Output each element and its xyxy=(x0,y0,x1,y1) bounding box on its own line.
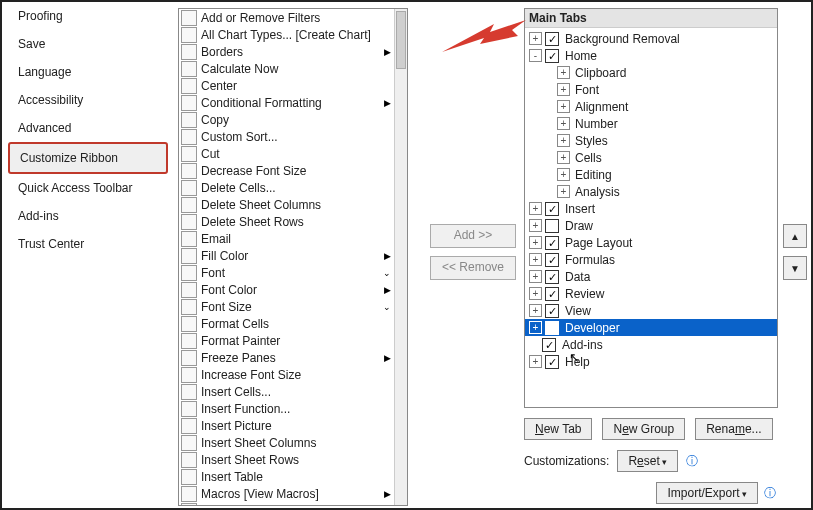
nav-item-add-ins[interactable]: Add-ins xyxy=(8,202,168,230)
tree-node-draw[interactable]: +Draw xyxy=(525,217,777,234)
command-item[interactable]: Decrease Font Size xyxy=(179,162,395,179)
command-item[interactable]: Email xyxy=(179,230,395,247)
tree-node-data[interactable]: +Data xyxy=(525,268,777,285)
tree-node-help[interactable]: +Help xyxy=(525,353,777,370)
expander-icon[interactable]: + xyxy=(557,151,570,164)
tree-node-cells[interactable]: +Cells xyxy=(525,149,777,166)
checkbox[interactable] xyxy=(545,202,559,216)
commands-listbox[interactable]: Add or Remove FiltersAll Chart Types... … xyxy=(178,8,408,506)
new-tab-button[interactable]: New Tab xyxy=(524,418,592,440)
command-item[interactable]: Font Color▶ xyxy=(179,281,395,298)
command-item[interactable]: Copy xyxy=(179,111,395,128)
command-item[interactable]: Format Cells xyxy=(179,315,395,332)
tree-node-editing[interactable]: +Editing xyxy=(525,166,777,183)
expander-icon[interactable]: + xyxy=(529,304,542,317)
move-down-button[interactable]: ▼ xyxy=(783,256,807,280)
tree-node-font[interactable]: +Font xyxy=(525,81,777,98)
reset-dropdown[interactable]: Reset xyxy=(617,450,678,472)
tree-node-clipboard[interactable]: +Clipboard xyxy=(525,64,777,81)
expander-icon[interactable]: + xyxy=(557,66,570,79)
command-item[interactable]: Font Size⌄ xyxy=(179,298,395,315)
checkbox[interactable] xyxy=(545,253,559,267)
expander-icon[interactable]: + xyxy=(557,134,570,147)
nav-item-accessibility[interactable]: Accessibility xyxy=(8,86,168,114)
command-item[interactable]: Freeze Panes▶ xyxy=(179,349,395,366)
tree-node-view[interactable]: +View xyxy=(525,302,777,319)
tree-node-add-ins[interactable]: Add-ins xyxy=(525,336,777,353)
expander-icon[interactable]: + xyxy=(529,270,542,283)
tree-node-home[interactable]: -Home xyxy=(525,47,777,64)
checkbox[interactable] xyxy=(545,32,559,46)
nav-item-proofing[interactable]: Proofing xyxy=(8,2,168,30)
main-tabs-tree[interactable]: Main Tabs +Background Removal-Home+Clipb… xyxy=(524,8,778,408)
commands-scrollbar[interactable] xyxy=(394,9,407,505)
checkbox[interactable] xyxy=(542,338,556,352)
command-item[interactable]: Conditional Formatting▶ xyxy=(179,94,395,111)
expander-icon[interactable]: + xyxy=(557,185,570,198)
command-item[interactable]: Merge & Center▶ xyxy=(179,502,395,506)
add-button[interactable]: Add >> xyxy=(430,224,516,248)
expander-icon[interactable]: - xyxy=(529,49,542,62)
command-item[interactable]: Fill Color▶ xyxy=(179,247,395,264)
expander-icon[interactable]: + xyxy=(557,83,570,96)
expander-icon[interactable]: + xyxy=(529,236,542,249)
command-item[interactable]: Increase Font Size xyxy=(179,366,395,383)
checkbox[interactable] xyxy=(545,219,559,233)
command-item[interactable]: Insert Table xyxy=(179,468,395,485)
nav-item-customize-ribbon[interactable]: Customize Ribbon xyxy=(8,142,168,174)
tree-node-alignment[interactable]: +Alignment xyxy=(525,98,777,115)
tree-node-developer[interactable]: +Developer xyxy=(525,319,777,336)
tree-node-review[interactable]: +Review xyxy=(525,285,777,302)
command-item[interactable]: Insert Sheet Columns xyxy=(179,434,395,451)
command-item[interactable]: Add or Remove Filters xyxy=(179,9,395,26)
expander-icon[interactable]: + xyxy=(529,321,542,334)
scrollbar-thumb[interactable] xyxy=(396,11,406,69)
expander-icon[interactable]: + xyxy=(529,287,542,300)
tree-node-number[interactable]: +Number xyxy=(525,115,777,132)
command-item[interactable]: Custom Sort... xyxy=(179,128,395,145)
command-item[interactable]: Format Painter xyxy=(179,332,395,349)
checkbox[interactable] xyxy=(545,236,559,250)
expander-icon[interactable]: + xyxy=(529,253,542,266)
nav-item-advanced[interactable]: Advanced xyxy=(8,114,168,142)
nav-item-quick-access-toolbar[interactable]: Quick Access Toolbar xyxy=(8,174,168,202)
command-item[interactable]: Insert Cells... xyxy=(179,383,395,400)
command-item[interactable]: All Chart Types... [Create Chart] xyxy=(179,26,395,43)
command-item[interactable]: Borders▶ xyxy=(179,43,395,60)
new-group-button[interactable]: New Group xyxy=(602,418,685,440)
remove-button[interactable]: << Remove xyxy=(430,256,516,280)
command-item[interactable]: Insert Sheet Rows xyxy=(179,451,395,468)
command-item[interactable]: Font⌄ xyxy=(179,264,395,281)
expander-icon[interactable]: + xyxy=(529,219,542,232)
command-item[interactable]: Center xyxy=(179,77,395,94)
move-up-button[interactable]: ▲ xyxy=(783,224,807,248)
command-item[interactable]: Delete Cells... xyxy=(179,179,395,196)
expander-icon[interactable]: + xyxy=(557,168,570,181)
command-item[interactable]: Delete Sheet Columns xyxy=(179,196,395,213)
checkbox[interactable] xyxy=(545,49,559,63)
expander-icon[interactable]: + xyxy=(529,32,542,45)
checkbox[interactable] xyxy=(545,321,559,335)
info-icon[interactable]: ⓘ xyxy=(686,453,698,470)
tree-node-styles[interactable]: +Styles xyxy=(525,132,777,149)
tree-node-page-layout[interactable]: +Page Layout xyxy=(525,234,777,251)
command-item[interactable]: Macros [View Macros]▶ xyxy=(179,485,395,502)
command-item[interactable]: Calculate Now xyxy=(179,60,395,77)
tree-node-analysis[interactable]: +Analysis xyxy=(525,183,777,200)
expander-icon[interactable]: + xyxy=(529,202,542,215)
tree-node-formulas[interactable]: +Formulas xyxy=(525,251,777,268)
checkbox[interactable] xyxy=(545,355,559,369)
nav-item-trust-center[interactable]: Trust Center xyxy=(8,230,168,258)
expander-icon[interactable]: + xyxy=(557,117,570,130)
checkbox[interactable] xyxy=(545,304,559,318)
command-item[interactable]: Insert Function... xyxy=(179,400,395,417)
import-export-dropdown[interactable]: Import/Export xyxy=(656,482,758,504)
tree-node-background-removal[interactable]: +Background Removal xyxy=(525,30,777,47)
command-item[interactable]: Cut xyxy=(179,145,395,162)
tree-node-insert[interactable]: +Insert xyxy=(525,200,777,217)
expander-icon[interactable]: + xyxy=(557,100,570,113)
nav-item-save[interactable]: Save xyxy=(8,30,168,58)
checkbox[interactable] xyxy=(545,287,559,301)
info-icon[interactable]: ⓘ xyxy=(764,485,776,502)
nav-item-language[interactable]: Language xyxy=(8,58,168,86)
